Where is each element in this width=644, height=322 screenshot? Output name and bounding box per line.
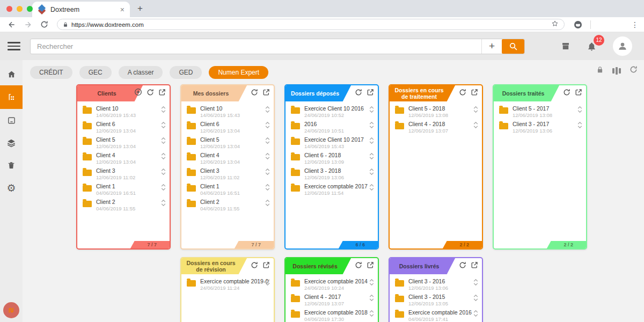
window-controls[interactable] — [6, 6, 33, 12]
chevron-up-icon[interactable] — [473, 106, 478, 109]
folder-item[interactable]: Client 4 12/06/2019 13:04 — [77, 150, 170, 166]
folder-item[interactable]: Exercice comptable 2017 12/06/2019 11:54 — [286, 181, 378, 197]
chevron-up-icon[interactable] — [473, 310, 478, 313]
folder-item[interactable]: Client 3 12/06/2019 11:02 — [77, 166, 170, 181]
chevron-down-icon[interactable] — [161, 110, 166, 113]
chevron-down-icon[interactable] — [265, 157, 270, 159]
folder-item[interactable]: 2016 24/06/2019 10:51 — [286, 119, 378, 135]
folder-item[interactable]: Client 4 - 2018 12/06/2019 13:07 — [390, 119, 482, 135]
new-tab-button[interactable]: + — [137, 3, 143, 14]
sidebar-item-layers[interactable] — [0, 131, 23, 154]
folder-item[interactable]: Client 4 12/06/2019 13:04 — [181, 150, 274, 166]
chevron-up-icon[interactable] — [369, 153, 374, 156]
chevron-up-icon[interactable] — [161, 169, 166, 171]
advanced-search-button[interactable]: + — [481, 39, 502, 54]
chevron-down-icon[interactable] — [161, 126, 166, 128]
folder-item[interactable]: Exercice comptable 2014 24/06/2019 10:24 — [286, 276, 378, 292]
folder-item[interactable]: Client 1 04/06/2019 16:51 — [77, 181, 170, 197]
refresh-icon[interactable] — [354, 87, 363, 97]
open-external-icon[interactable] — [574, 87, 583, 97]
refresh-icon[interactable] — [562, 87, 571, 97]
filter-chip[interactable]: GED — [170, 66, 202, 79]
search-button[interactable] — [502, 39, 524, 54]
chevron-up-icon[interactable] — [369, 295, 374, 297]
close-window-button[interactable] — [6, 6, 12, 12]
hamburger-menu-icon[interactable] — [8, 42, 20, 50]
refresh-icon[interactable] — [250, 260, 259, 269]
browser-tab[interactable]: Doxtreem × — [32, 2, 130, 17]
open-external-icon[interactable] — [261, 260, 270, 269]
chevron-up-icon[interactable] — [265, 153, 270, 156]
folder-item[interactable]: Client 1 04/06/2019 16:51 — [181, 181, 274, 197]
bookmark-star-icon[interactable] — [551, 20, 559, 29]
chevron-up-icon[interactable] — [369, 122, 374, 125]
folder-item[interactable]: Exercice comptable 2019-01 24/06/2019 11… — [181, 276, 274, 292]
chevron-down-icon[interactable] — [265, 283, 270, 286]
chevron-down-icon[interactable] — [369, 172, 374, 175]
open-external-icon[interactable] — [365, 87, 375, 97]
folder-item[interactable]: Client 3 - 2015 12/06/2019 13:05 — [390, 292, 482, 308]
chevron-up-icon[interactable] — [473, 295, 478, 297]
folder-item[interactable]: Client 10 14/06/2019 15:43 — [77, 104, 170, 119]
folder-item[interactable]: Client 3 12/06/2019 11:02 — [181, 166, 274, 181]
chevron-up-icon[interactable] — [265, 106, 270, 109]
chevron-down-icon[interactable] — [473, 314, 478, 317]
back-icon[interactable] — [5, 18, 18, 31]
address-bar[interactable]: https://www.doxtreem.com — [57, 19, 565, 30]
chevron-down-icon[interactable] — [265, 188, 270, 191]
folder-item[interactable]: Client 4 - 2017 12/06/2019 13:07 — [286, 292, 378, 308]
chevron-down-icon[interactable] — [369, 283, 374, 286]
open-external-icon[interactable] — [470, 260, 479, 269]
tab-close-icon[interactable]: × — [119, 5, 126, 14]
chevron-up-icon[interactable] — [265, 279, 270, 282]
chevron-down-icon[interactable] — [473, 110, 478, 113]
folder-item[interactable]: Exercice comptable 2016 04/06/2019 17:41 — [390, 308, 482, 322]
folder-item[interactable]: Client 10 14/06/2019 15:43 — [181, 104, 274, 119]
folder-item[interactable]: Exercice Client 10 2016 24/06/2019 10:52 — [286, 104, 378, 119]
chevron-down-icon[interactable] — [265, 126, 270, 128]
chevron-down-icon[interactable] — [577, 126, 582, 128]
chevron-up-icon[interactable] — [473, 122, 478, 125]
chevron-down-icon[interactable] — [369, 110, 374, 113]
folder-item[interactable]: Client 5 12/06/2019 13:04 — [181, 135, 274, 150]
chevron-down-icon[interactable] — [473, 298, 478, 301]
chevron-up-icon[interactable] — [161, 122, 166, 125]
chevron-up-icon[interactable] — [369, 310, 374, 313]
folder-item[interactable]: Client 3 - 2018 12/06/2019 13:06 — [286, 166, 378, 181]
refresh-icon[interactable] — [354, 260, 363, 269]
columns-view-icon[interactable] — [612, 67, 621, 75]
chevron-up-icon[interactable] — [369, 137, 374, 140]
chevron-up-icon[interactable] — [161, 200, 166, 202]
chevron-down-icon[interactable] — [369, 141, 374, 144]
open-external-icon[interactable] — [365, 260, 375, 269]
reload-icon[interactable] — [38, 18, 50, 31]
folder-item[interactable]: Client 3 - 2016 12/06/2019 13:06 — [390, 276, 482, 292]
chevron-down-icon[interactable] — [265, 203, 270, 206]
chevron-up-icon[interactable] — [473, 279, 478, 282]
folder-item[interactable]: Client 3 - 2017 12/06/2019 13:06 — [494, 119, 586, 135]
chevron-down-icon[interactable] — [369, 188, 374, 191]
filter-chip[interactable]: A classer — [119, 66, 163, 79]
maximize-window-button[interactable] — [27, 6, 33, 12]
chevron-up-icon[interactable] — [369, 106, 374, 109]
chevron-up-icon[interactable] — [369, 279, 374, 282]
sidebar-item-trash[interactable] — [0, 154, 23, 177]
browser-menu-icon[interactable]: ⋮ — [631, 20, 639, 29]
chevron-up-icon[interactable] — [577, 106, 582, 109]
chevron-up-icon[interactable] — [265, 137, 270, 140]
chevron-down-icon[interactable] — [369, 298, 374, 301]
chevron-down-icon[interactable] — [369, 314, 374, 317]
chevron-down-icon[interactable] — [369, 157, 374, 159]
archive-icon[interactable] — [561, 41, 570, 51]
refresh-icon[interactable] — [145, 87, 155, 97]
chevron-down-icon[interactable] — [161, 141, 166, 144]
chevron-down-icon[interactable] — [265, 172, 270, 175]
folder-item[interactable]: Client 5 - 2017 12/06/2019 13:08 — [494, 104, 586, 119]
chevron-up-icon[interactable] — [265, 122, 270, 125]
lock-icon[interactable] — [596, 66, 604, 76]
folder-item[interactable]: Client 5 12/06/2019 13:04 — [77, 135, 170, 150]
chevron-down-icon[interactable] — [161, 157, 166, 159]
chevron-up-icon[interactable] — [265, 200, 270, 202]
folder-item[interactable]: Client 6 - 2018 12/06/2019 13:09 — [286, 150, 378, 166]
chevron-up-icon[interactable] — [265, 184, 270, 187]
